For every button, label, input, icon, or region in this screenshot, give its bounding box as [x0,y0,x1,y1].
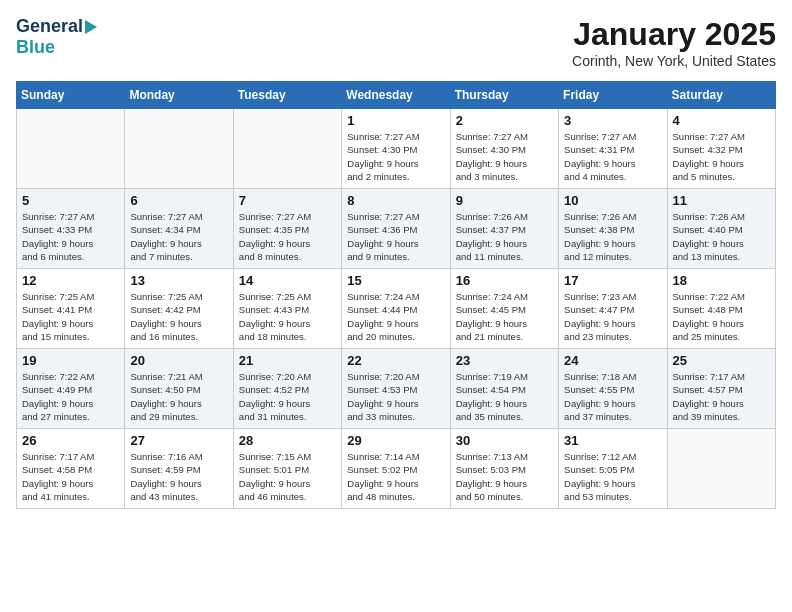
logo-arrow-icon [85,20,97,34]
day-info: Sunrise: 7:27 AM Sunset: 4:32 PM Dayligh… [673,130,770,183]
calendar-cell: 3Sunrise: 7:27 AM Sunset: 4:31 PM Daylig… [559,109,667,189]
day-number: 17 [564,273,661,288]
calendar-cell: 21Sunrise: 7:20 AM Sunset: 4:52 PM Dayli… [233,349,341,429]
day-number: 25 [673,353,770,368]
calendar-cell: 8Sunrise: 7:27 AM Sunset: 4:36 PM Daylig… [342,189,450,269]
day-number: 2 [456,113,553,128]
day-info: Sunrise: 7:15 AM Sunset: 5:01 PM Dayligh… [239,450,336,503]
day-number: 3 [564,113,661,128]
logo: General Blue [16,16,97,58]
day-number: 30 [456,433,553,448]
day-info: Sunrise: 7:27 AM Sunset: 4:33 PM Dayligh… [22,210,119,263]
day-number: 23 [456,353,553,368]
day-number: 28 [239,433,336,448]
day-info: Sunrise: 7:24 AM Sunset: 4:45 PM Dayligh… [456,290,553,343]
day-number: 27 [130,433,227,448]
day-number: 10 [564,193,661,208]
day-number: 19 [22,353,119,368]
day-number: 6 [130,193,227,208]
day-number: 12 [22,273,119,288]
day-number: 13 [130,273,227,288]
day-number: 22 [347,353,444,368]
day-info: Sunrise: 7:27 AM Sunset: 4:35 PM Dayligh… [239,210,336,263]
header-day-friday: Friday [559,82,667,109]
header-day-thursday: Thursday [450,82,558,109]
day-info: Sunrise: 7:27 AM Sunset: 4:30 PM Dayligh… [456,130,553,183]
day-info: Sunrise: 7:18 AM Sunset: 4:55 PM Dayligh… [564,370,661,423]
calendar-cell: 12Sunrise: 7:25 AM Sunset: 4:41 PM Dayli… [17,269,125,349]
calendar-week-row: 19Sunrise: 7:22 AM Sunset: 4:49 PM Dayli… [17,349,776,429]
calendar-cell [125,109,233,189]
calendar-cell: 15Sunrise: 7:24 AM Sunset: 4:44 PM Dayli… [342,269,450,349]
day-info: Sunrise: 7:24 AM Sunset: 4:44 PM Dayligh… [347,290,444,343]
day-info: Sunrise: 7:20 AM Sunset: 4:52 PM Dayligh… [239,370,336,423]
calendar-cell: 4Sunrise: 7:27 AM Sunset: 4:32 PM Daylig… [667,109,775,189]
calendar-cell: 10Sunrise: 7:26 AM Sunset: 4:38 PM Dayli… [559,189,667,269]
calendar-cell: 5Sunrise: 7:27 AM Sunset: 4:33 PM Daylig… [17,189,125,269]
day-number: 14 [239,273,336,288]
day-info: Sunrise: 7:22 AM Sunset: 4:48 PM Dayligh… [673,290,770,343]
day-info: Sunrise: 7:14 AM Sunset: 5:02 PM Dayligh… [347,450,444,503]
day-number: 1 [347,113,444,128]
day-number: 7 [239,193,336,208]
day-number: 26 [22,433,119,448]
header-day-saturday: Saturday [667,82,775,109]
calendar-subtitle: Corinth, New York, United States [572,53,776,69]
day-number: 21 [239,353,336,368]
day-info: Sunrise: 7:25 AM Sunset: 4:42 PM Dayligh… [130,290,227,343]
calendar-week-row: 26Sunrise: 7:17 AM Sunset: 4:58 PM Dayli… [17,429,776,509]
day-info: Sunrise: 7:25 AM Sunset: 4:41 PM Dayligh… [22,290,119,343]
day-info: Sunrise: 7:27 AM Sunset: 4:30 PM Dayligh… [347,130,444,183]
day-number: 31 [564,433,661,448]
calendar-header-row: SundayMondayTuesdayWednesdayThursdayFrid… [17,82,776,109]
calendar-cell: 30Sunrise: 7:13 AM Sunset: 5:03 PM Dayli… [450,429,558,509]
day-info: Sunrise: 7:23 AM Sunset: 4:47 PM Dayligh… [564,290,661,343]
calendar-cell: 31Sunrise: 7:12 AM Sunset: 5:05 PM Dayli… [559,429,667,509]
day-info: Sunrise: 7:20 AM Sunset: 4:53 PM Dayligh… [347,370,444,423]
calendar-title: January 2025 [572,16,776,53]
day-info: Sunrise: 7:22 AM Sunset: 4:49 PM Dayligh… [22,370,119,423]
day-info: Sunrise: 7:17 AM Sunset: 4:57 PM Dayligh… [673,370,770,423]
calendar-cell: 18Sunrise: 7:22 AM Sunset: 4:48 PM Dayli… [667,269,775,349]
calendar-cell: 27Sunrise: 7:16 AM Sunset: 4:59 PM Dayli… [125,429,233,509]
day-info: Sunrise: 7:19 AM Sunset: 4:54 PM Dayligh… [456,370,553,423]
day-number: 16 [456,273,553,288]
calendar-week-row: 12Sunrise: 7:25 AM Sunset: 4:41 PM Dayli… [17,269,776,349]
day-info: Sunrise: 7:27 AM Sunset: 4:36 PM Dayligh… [347,210,444,263]
calendar-cell: 20Sunrise: 7:21 AM Sunset: 4:50 PM Dayli… [125,349,233,429]
day-number: 15 [347,273,444,288]
day-info: Sunrise: 7:17 AM Sunset: 4:58 PM Dayligh… [22,450,119,503]
calendar-cell: 17Sunrise: 7:23 AM Sunset: 4:47 PM Dayli… [559,269,667,349]
calendar-cell: 29Sunrise: 7:14 AM Sunset: 5:02 PM Dayli… [342,429,450,509]
calendar-cell: 7Sunrise: 7:27 AM Sunset: 4:35 PM Daylig… [233,189,341,269]
day-number: 29 [347,433,444,448]
day-number: 11 [673,193,770,208]
calendar-title-section: January 2025 Corinth, New York, United S… [572,16,776,69]
calendar-cell [233,109,341,189]
day-number: 24 [564,353,661,368]
calendar-cell: 11Sunrise: 7:26 AM Sunset: 4:40 PM Dayli… [667,189,775,269]
calendar-cell: 13Sunrise: 7:25 AM Sunset: 4:42 PM Dayli… [125,269,233,349]
calendar-table: SundayMondayTuesdayWednesdayThursdayFrid… [16,81,776,509]
day-info: Sunrise: 7:26 AM Sunset: 4:37 PM Dayligh… [456,210,553,263]
header-day-monday: Monday [125,82,233,109]
day-number: 9 [456,193,553,208]
day-info: Sunrise: 7:25 AM Sunset: 4:43 PM Dayligh… [239,290,336,343]
logo-general: General [16,16,83,37]
calendar-cell [17,109,125,189]
day-info: Sunrise: 7:27 AM Sunset: 4:31 PM Dayligh… [564,130,661,183]
page-header: General Blue January 2025 Corinth, New Y… [16,16,776,69]
day-number: 20 [130,353,227,368]
day-number: 18 [673,273,770,288]
calendar-cell: 9Sunrise: 7:26 AM Sunset: 4:37 PM Daylig… [450,189,558,269]
calendar-cell: 23Sunrise: 7:19 AM Sunset: 4:54 PM Dayli… [450,349,558,429]
calendar-week-row: 1Sunrise: 7:27 AM Sunset: 4:30 PM Daylig… [17,109,776,189]
calendar-week-row: 5Sunrise: 7:27 AM Sunset: 4:33 PM Daylig… [17,189,776,269]
day-info: Sunrise: 7:13 AM Sunset: 5:03 PM Dayligh… [456,450,553,503]
header-day-sunday: Sunday [17,82,125,109]
calendar-cell: 28Sunrise: 7:15 AM Sunset: 5:01 PM Dayli… [233,429,341,509]
calendar-cell: 25Sunrise: 7:17 AM Sunset: 4:57 PM Dayli… [667,349,775,429]
header-day-wednesday: Wednesday [342,82,450,109]
calendar-cell: 14Sunrise: 7:25 AM Sunset: 4:43 PM Dayli… [233,269,341,349]
calendar-cell: 6Sunrise: 7:27 AM Sunset: 4:34 PM Daylig… [125,189,233,269]
